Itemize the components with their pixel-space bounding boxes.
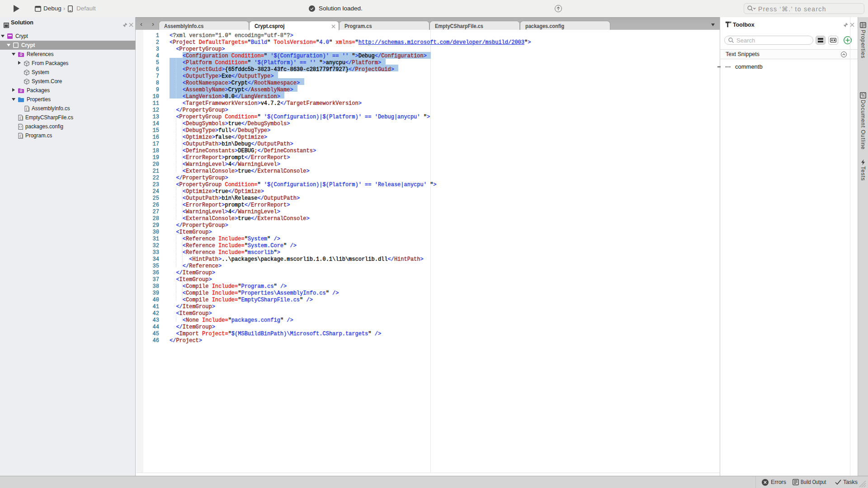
svg-text:{}: {} xyxy=(19,116,23,120)
svg-text:{}: {} xyxy=(25,107,29,111)
svg-text:{}: {} xyxy=(19,134,23,138)
